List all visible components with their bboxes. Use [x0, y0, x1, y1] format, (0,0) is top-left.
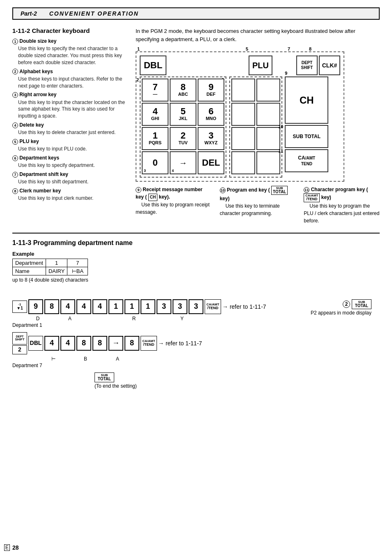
dept-key-2[interactable] [256, 79, 280, 102]
ca-key-d7-bot: /TEND [143, 343, 154, 347]
seq-d7-8a[interactable]: 8 [76, 336, 91, 351]
seq-d1-4b[interactable]: 4 [76, 299, 91, 314]
seq-d1-4c[interactable]: 4 [92, 299, 107, 314]
seq-d1-1a[interactable]: 1 [108, 299, 123, 314]
section-intro: In the PGM 2 mode, the keyboard becomes … [136, 27, 380, 43]
key-6[interactable]: 6 MNO [198, 103, 224, 126]
dept7-2-key[interactable]: 2 [12, 345, 27, 354]
char-a: A [62, 316, 77, 321]
key-detail-7: Use this key to shift department. [18, 178, 127, 185]
key-detail-4: Use this key to delete character just en… [18, 129, 127, 136]
key-desc-3: 3 Right arrow key Use this key to input … [12, 91, 127, 120]
dept-keys-inner [229, 76, 282, 178]
example-label: Example [12, 251, 380, 257]
key-2[interactable]: 2 TUV [170, 127, 196, 150]
dept-key-6[interactable] [256, 127, 280, 150]
key-subtotal-label: SUB TOTAL [293, 134, 321, 139]
key-9[interactable]: 9 DEF [198, 79, 224, 102]
seq-d1-1b[interactable]: 1 [125, 299, 139, 314]
table-dept-7: 7 [67, 259, 88, 267]
key-label-3: Right arrow key [19, 92, 56, 97]
key-7[interactable]: 7 — [142, 79, 168, 102]
step-flow-area: 2 SUB TOTAL P2 appears in mode display ·… [12, 299, 380, 414]
key-0-num: 0 [152, 158, 157, 167]
ca-key-d7[interactable]: CA/AMT /TEND [141, 336, 157, 351]
key-label-5: PLU key [19, 139, 39, 144]
key-9-num: 9 [208, 83, 213, 92]
char-y: Y [175, 316, 189, 321]
seq-d1-3b[interactable]: 3 [173, 299, 187, 314]
dept1-key[interactable]: ·1 ▼1 [12, 301, 27, 313]
example-table: Department 1 7 Name DAIRY ⊢BA [12, 259, 88, 275]
dept-row-1 [231, 79, 280, 102]
table-header-name: Name [13, 267, 46, 275]
ann-9: 9 [285, 71, 287, 76]
table-header-dept: Department [13, 259, 46, 267]
key-3[interactable]: 3 WXYZ [198, 127, 224, 150]
char-blank6 [159, 316, 173, 321]
seq-d7-4a[interactable]: 4 [44, 336, 59, 351]
key-arrow[interactable]: → 4 [170, 151, 196, 174]
key-spacer-1 [168, 56, 194, 75]
key-del[interactable]: DEL [198, 151, 224, 174]
key-ca[interactable]: CA/AMTTEND [285, 149, 328, 172]
key-dept-shift[interactable]: DEPTSHIFT [296, 56, 318, 75]
char-blank5 [143, 316, 157, 321]
key-plu[interactable]: PLU [249, 56, 272, 75]
seq-d7-8c[interactable]: 8 [125, 336, 139, 351]
key-del-label: DEL [202, 158, 220, 167]
char-a2: A [110, 356, 125, 362]
key-dbl[interactable]: DBL [140, 56, 166, 75]
key-1[interactable]: 1 PQRS [142, 127, 168, 150]
dept7-dept-shift-key[interactable]: DEPT SHIFT [12, 332, 27, 345]
subtotal-key-step[interactable]: SUB TOTAL [352, 299, 371, 309]
dept-key-1[interactable] [231, 79, 255, 102]
char-blank3 [95, 316, 109, 321]
ca-key-d1[interactable]: CA/AMT /TEND [205, 299, 221, 314]
dbl-key-d7[interactable]: DBL [28, 336, 43, 351]
dbl-label-d7: DBL [30, 340, 42, 346]
key-desc-7: 7 Department shift key Use this key to s… [12, 171, 127, 185]
dept-key-7[interactable] [231, 151, 255, 174]
seq-d1-9[interactable]: 9 [28, 299, 43, 314]
seq-d1-3c[interactable]: 3 [189, 299, 203, 314]
table-dept-1: 1 [46, 259, 67, 267]
page-header: Part-2 CONVENIENT OPERATION [12, 7, 380, 20]
key-subtotal[interactable]: SUB TOTAL [285, 125, 328, 148]
dept-keys-group [229, 76, 282, 178]
dept-row-3 [231, 127, 280, 150]
dept-key-3[interactable] [231, 103, 255, 126]
example-row-1: Department 1 7 [13, 259, 88, 267]
key-ch[interactable]: CH [285, 76, 328, 124]
below-note-11: 11 Character program key ( CA/AMT/TEND k… [304, 186, 380, 224]
dept1-key-bot: ▼1 [16, 306, 23, 310]
key-0[interactable]: 0 3 [142, 151, 168, 174]
seq-d7-arrow[interactable]: → [108, 336, 123, 351]
note-11-detail: Use this key to program the PLU / clerk … [304, 203, 379, 224]
dept-row-2 [231, 103, 280, 126]
key-8[interactable]: 8 ABC [170, 79, 196, 102]
note-11-key: key) [321, 194, 331, 200]
key-detail-5: Use this key to input PLU code. [18, 146, 127, 153]
seq-d1-8[interactable]: 8 [44, 299, 59, 314]
dept-key-4[interactable] [256, 103, 280, 126]
seq-d7-8b[interactable]: 8 [92, 336, 107, 351]
seq-d1-1c[interactable]: 1 [141, 299, 155, 314]
dept7-row: DEPT SHIFT 2 DBL 4 4 8 8 → 8 [12, 332, 380, 354]
dept7-section: DEPT SHIFT 2 DBL 4 4 8 8 → 8 [12, 332, 380, 368]
seq-d7-4b[interactable]: 4 [60, 336, 75, 351]
key-4[interactable]: 4 GHI [142, 103, 168, 126]
dept-key-8[interactable] [256, 151, 280, 174]
key-3-num: 3 [208, 131, 213, 140]
key-5[interactable]: 5 JKL [170, 103, 196, 126]
keyboard-rows-container: 2 6 7 — 8 ABC [140, 76, 340, 178]
kb-row-3: 1 PQRS 2 TUV 3 WXYZ [142, 127, 224, 150]
key-label-4: Delete key [19, 122, 44, 128]
char-r: R [127, 316, 141, 321]
end-subtotal-key[interactable]: SUB TOTAL [95, 372, 114, 382]
key-clk[interactable]: CLK# [319, 56, 340, 75]
key-subtotal-inline: SUBTOTAL [271, 186, 288, 195]
seq-d1-3a[interactable]: 3 [157, 299, 171, 314]
seq-d1-4a[interactable]: 4 [60, 299, 75, 314]
dept-key-5[interactable] [231, 127, 255, 150]
